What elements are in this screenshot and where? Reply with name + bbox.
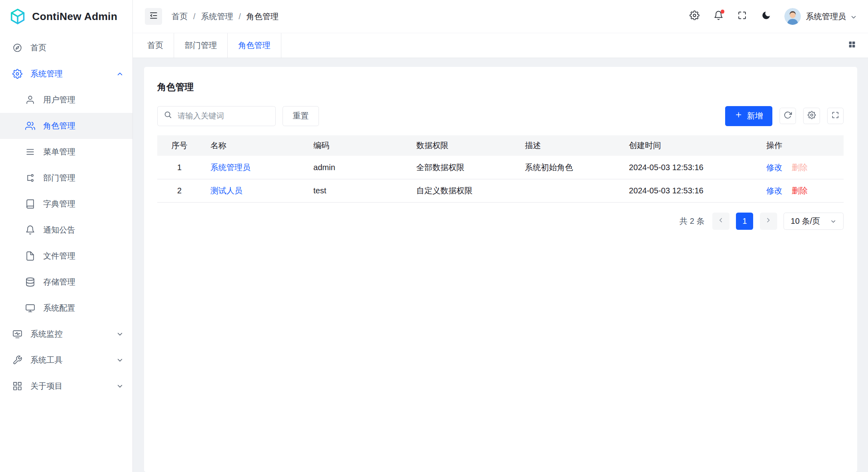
users-icon	[25, 121, 35, 131]
sidebar-item-label: 系统配置	[43, 303, 124, 313]
sidebar-menu: 首页 系统管理 用户管理	[0, 33, 132, 472]
tab-label: 首页	[147, 40, 163, 51]
sidebar-item-dict-mgmt[interactable]: 字典管理	[0, 191, 132, 217]
tab-list-button[interactable]	[844, 38, 860, 53]
breadcrumb-role-mgmt: 角色管理	[247, 11, 279, 22]
col-header-name: 名称	[202, 135, 305, 156]
sidebar-item-label: 用户管理	[43, 94, 124, 105]
grid-small-icon	[848, 40, 856, 51]
settings-button[interactable]	[685, 7, 704, 26]
chevron-up-icon	[116, 70, 124, 78]
cell-data-scope: 自定义数据权限	[407, 179, 516, 202]
sidebar-item-file-mgmt[interactable]: 文件管理	[0, 243, 132, 269]
page-size-select[interactable]: 10 条/页	[784, 213, 844, 230]
table-row: 1 系统管理员 admin 全部数据权限 系统初始角色 2024-05-03 1…	[157, 156, 844, 179]
chevron-down-icon	[830, 218, 837, 225]
header: 首页 / 系统管理 / 角色管理	[133, 0, 868, 33]
sidebar-item-label: 存储管理	[43, 277, 124, 287]
sidebar-item-about[interactable]: 关于项目	[0, 373, 132, 399]
fullscreen-button[interactable]	[733, 7, 752, 26]
sidebar-item-label: 系统工具	[30, 355, 116, 366]
avatar[interactable]	[784, 8, 801, 25]
sidebar-item-system-config[interactable]: 系统配置	[0, 295, 132, 321]
col-header-code: 编码	[305, 135, 407, 156]
menu-lines-icon	[25, 147, 35, 157]
sidebar-item-system-tools[interactable]: 系统工具	[0, 347, 132, 373]
breadcrumb-separator: /	[193, 12, 196, 21]
chevron-right-icon	[765, 217, 772, 226]
notification-badge	[721, 10, 725, 14]
edit-button[interactable]: 修改	[766, 163, 782, 172]
cell-description	[516, 179, 620, 202]
edit-button[interactable]: 修改	[766, 186, 782, 195]
tab-home[interactable]: 首页	[137, 33, 174, 58]
sidebar-item-system-mgmt[interactable]: 系统管理	[0, 61, 132, 87]
pagination-total: 共 2 条	[680, 216, 704, 227]
cell-description: 系统初始角色	[516, 156, 620, 179]
sidebar-item-label: 菜单管理	[43, 147, 124, 157]
toolbar-right: 新增	[725, 106, 844, 126]
search-box	[157, 106, 276, 126]
app-root: ContiNew Admin 首页 系统管理	[0, 0, 868, 472]
role-name-link[interactable]: 测试人员	[210, 186, 243, 195]
page-title: 角色管理	[157, 81, 844, 93]
app-logo-row[interactable]: ContiNew Admin	[0, 0, 132, 33]
notifications-button[interactable]	[709, 7, 728, 26]
breadcrumb-separator: /	[239, 12, 241, 21]
user-menu[interactable]: 系统管理员	[806, 11, 857, 22]
sidebar-item-menu-mgmt[interactable]: 菜单管理	[0, 139, 132, 165]
page-number-current[interactable]: 1	[736, 213, 753, 230]
tab-role-mgmt[interactable]: 角色管理	[228, 33, 281, 58]
column-settings-button[interactable]	[803, 108, 820, 125]
next-page-button[interactable]	[760, 213, 777, 230]
sidebar-item-user-mgmt[interactable]: 用户管理	[0, 87, 132, 113]
roles-table: 序号 名称 编码 数据权限 描述 创建时间 操作 1 系统管理员	[157, 135, 844, 203]
theme-toggle-button[interactable]	[757, 7, 776, 26]
sidebar-item-system-monitor[interactable]: 系统监控	[0, 321, 132, 347]
sidebar-item-notice[interactable]: 通知公告	[0, 217, 132, 243]
content-area: 角色管理 重置 新增	[133, 58, 868, 472]
sidebar-item-label: 系统监控	[30, 329, 116, 339]
role-name-link[interactable]: 系统管理员	[210, 163, 251, 172]
sidebar-item-role-mgmt[interactable]: 角色管理	[0, 113, 132, 139]
monitor-activity-icon	[12, 329, 22, 339]
plus-icon	[735, 111, 742, 121]
col-header-data-scope: 数据权限	[407, 135, 516, 156]
page-size-value: 10 条/页	[791, 216, 820, 227]
table-header-row: 序号 名称 编码 数据权限 描述 创建时间 操作	[157, 135, 844, 156]
breadcrumb-home[interactable]: 首页	[172, 11, 188, 22]
tab-bar: 首页 部门管理 角色管理	[133, 33, 868, 58]
search-input[interactable]	[176, 111, 269, 121]
sidebar-item-label: 通知公告	[43, 225, 124, 235]
sidebar-item-storage-mgmt[interactable]: 存储管理	[0, 269, 132, 295]
gear-icon	[808, 111, 816, 121]
breadcrumb-system-mgmt[interactable]: 系统管理	[201, 11, 233, 22]
app-logo-icon	[9, 8, 26, 25]
cell-created-at: 2024-05-03 12:53:16	[620, 156, 757, 179]
col-header-index: 序号	[157, 135, 202, 156]
tab-dept-mgmt[interactable]: 部门管理	[174, 33, 228, 58]
prev-page-button[interactable]	[712, 213, 730, 230]
refresh-button[interactable]	[780, 108, 796, 125]
reset-button[interactable]: 重置	[283, 106, 319, 126]
tree-icon	[25, 173, 35, 183]
user-icon	[25, 95, 35, 105]
refresh-icon	[784, 111, 792, 121]
menu-fold-icon	[149, 11, 158, 22]
sidebar-item-label: 文件管理	[43, 251, 124, 261]
sidebar-item-label: 系统管理	[30, 68, 116, 79]
app-title: ContiNew Admin	[32, 10, 117, 23]
gear-icon	[690, 10, 700, 23]
sidebar-collapse-button[interactable]	[145, 8, 162, 25]
bell-icon	[25, 225, 35, 235]
sidebar-item-home[interactable]: 首页	[0, 35, 132, 61]
col-header-created-at: 创建时间	[620, 135, 757, 156]
moon-icon	[761, 10, 771, 23]
sidebar-item-dept-mgmt[interactable]: 部门管理	[0, 165, 132, 191]
delete-button[interactable]: 删除	[792, 186, 808, 195]
table-fullscreen-button[interactable]	[827, 108, 844, 125]
add-button[interactable]: 新增	[725, 106, 772, 126]
chevron-left-icon	[717, 217, 724, 226]
toolbar: 重置 新增	[157, 106, 844, 126]
cell-code: admin	[305, 156, 407, 179]
